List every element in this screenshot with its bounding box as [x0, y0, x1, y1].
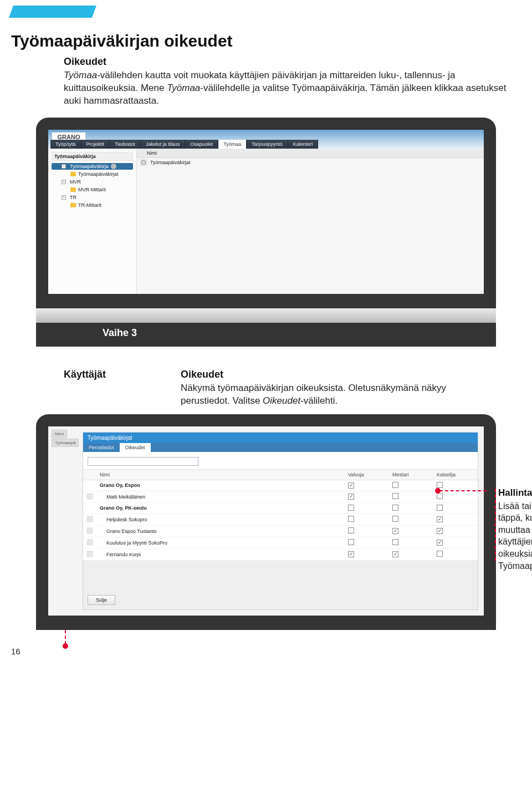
checkbox-mestari[interactable]: [392, 539, 398, 545]
checkbox-katselija[interactable]: [437, 516, 443, 522]
tree-label: MVR-Mittarit: [78, 187, 106, 192]
permissions-tbody: Grano Oy, Espoo Matti Meikäläinen Grano …: [83, 480, 478, 560]
settings-panel: Työmaapäiväkirjat Perustiedot Oikeudet N…: [83, 432, 478, 610]
tab-tiedostot[interactable]: Tiedostot: [110, 140, 141, 149]
checkbox-katselija[interactable]: [437, 551, 443, 557]
checkbox-valvoja[interactable]: [348, 527, 354, 533]
filter-row: [83, 452, 478, 469]
gear-icon[interactable]: [111, 164, 116, 169]
callout-hallinta: Hallinta Lisää tai poista täppä, kun hal…: [498, 487, 532, 572]
tree-label: MVR: [70, 179, 81, 185]
tab-osapuolet[interactable]: Osapuolet: [185, 140, 218, 149]
tab-tarjouspyynto[interactable]: Tarjouspyyntö: [247, 140, 288, 149]
lead-em2: Työmaa: [167, 83, 200, 93]
list-row[interactable]: Työmaapäiväkirjat: [137, 158, 484, 167]
checkbox-valvoja[interactable]: [348, 505, 354, 511]
checkbox-mestari[interactable]: [392, 551, 398, 557]
permissions-table: Nimi Valvoja Mestari Katselija Grano Oy,…: [83, 469, 478, 561]
table-row: Matti Meikäläinen: [83, 491, 478, 502]
monitor-frame-2: Nimi Työmaapä Työmaapäiväkirjat Perustie…: [36, 414, 496, 630]
edit-icon[interactable]: [86, 539, 93, 546]
checkbox-mestari[interactable]: [392, 528, 398, 534]
lead-block: Oikeudet Työmaa-välilehden kautta voit m…: [64, 56, 518, 108]
col-katselija: Katselija: [433, 469, 478, 480]
tab-jakelut[interactable]: Jakelut ja tilaus: [141, 140, 186, 149]
subtab-perustiedot[interactable]: Perustiedot: [83, 443, 120, 452]
tree-node[interactable]: −TR: [52, 194, 133, 201]
mid-text-b: -välilehti.: [300, 395, 337, 406]
tree-node[interactable]: Työmaapäiväkirjat: [52, 171, 133, 177]
behind-tab: Työmaapä: [52, 439, 79, 447]
tree-node[interactable]: TR-Mittarit: [52, 202, 133, 209]
col-nimi: Nimi: [96, 469, 345, 480]
cell-name: Helpdesk Sokopro: [96, 514, 345, 525]
checkbox-mestari[interactable]: [392, 482, 398, 488]
tree-node[interactable]: MVR-Mittarit: [52, 186, 133, 193]
cell-name: Matti Meikäläinen: [96, 491, 345, 502]
document-page: Työmaapäiväkirjan oikeudet Oikeudet Työm…: [0, 6, 532, 656]
checkbox-katselija[interactable]: [437, 505, 443, 511]
connector-dot: [435, 488, 441, 494]
tab-kalenteri[interactable]: Kalenteri: [288, 140, 319, 149]
nav-tabs: Työpöytä Projektit Tiedostot Jakelut ja …: [50, 140, 318, 149]
checkbox-valvoja[interactable]: [348, 539, 354, 545]
lead-body: Työmaa-välilehden kautta voit muokata kä…: [64, 69, 518, 108]
edit-icon[interactable]: [86, 493, 93, 500]
monitor-frame-1: GRANO Työpöytä Projektit Tiedostot Jakel…: [36, 118, 496, 308]
checkbox-mestari[interactable]: [392, 505, 398, 511]
checkbox-mestari[interactable]: [392, 493, 398, 499]
table-row: Koulutus ja Myynti SokoPro: [83, 537, 478, 548]
callout-heading: Hallinta: [498, 487, 532, 499]
mid-col-left: Käyttäjät: [64, 369, 106, 408]
tab-projektit[interactable]: Projektit: [81, 140, 110, 149]
tree-label: TR-Mittarit: [78, 202, 101, 208]
settings-icon[interactable]: [140, 159, 147, 166]
table-row: Grano Oy, PK-seutu: [83, 502, 478, 514]
behind-tab: Nimi: [52, 430, 67, 438]
tree-node[interactable]: −MVR: [52, 179, 133, 185]
panel-title: Työmaapäiväkirjat: [83, 433, 478, 443]
lead-em1: Työmaa: [64, 70, 97, 80]
checkbox-katselija[interactable]: [437, 493, 443, 499]
panel-footer: Sulje: [83, 561, 478, 609]
checkbox-valvoja[interactable]: [348, 551, 354, 557]
checkbox-valvoja[interactable]: [348, 482, 354, 489]
screenshot-1: GRANO Työpöytä Projektit Tiedostot Jakel…: [48, 130, 484, 294]
col-mestari: Mestari: [389, 469, 433, 480]
checkbox-mestari[interactable]: [392, 516, 398, 522]
screenshot-2: Nimi Työmaapä Työmaapäiväkirjat Perustie…: [48, 426, 484, 616]
cell-name: Grano Oy, Espoo: [96, 480, 345, 491]
close-button[interactable]: Sulje: [88, 595, 115, 605]
tree-label: Työmaapäiväkirja: [70, 164, 109, 169]
content-list: Nimi Työmaapäiväkirjat: [137, 149, 484, 294]
edit-icon[interactable]: [86, 527, 93, 534]
collapse-icon[interactable]: −: [62, 164, 66, 169]
tab-tyomaa[interactable]: Työmaa: [218, 140, 247, 149]
tree-label: Työmaapäiväkirjat: [78, 171, 119, 177]
page-number: 16: [11, 647, 532, 656]
mid-heading-kayttajat: Käyttäjät: [64, 369, 106, 380]
folder-icon: [70, 203, 76, 207]
cell-name: Grano Oy, PK-seutu: [96, 502, 345, 514]
tree-label: TR: [70, 195, 76, 200]
nav-tree: Työmaapäiväkirja −Työmaapäiväkirja Työma…: [48, 149, 137, 294]
collapse-icon[interactable]: −: [62, 180, 66, 184]
checkbox-katselija[interactable]: [437, 528, 443, 534]
table-row: Grano Espoo Tuotanto: [83, 525, 478, 537]
tree-header: Työmaapäiväkirja: [52, 152, 133, 161]
edit-icon[interactable]: [86, 516, 93, 522]
checkbox-valvoja[interactable]: [348, 494, 354, 500]
checkbox-katselija[interactable]: [437, 540, 443, 546]
subtab-oikeudet[interactable]: Oikeudet: [120, 443, 151, 452]
tree-node[interactable]: −Työmaapäiväkirja: [52, 163, 133, 170]
checkbox-valvoja[interactable]: [348, 516, 354, 522]
filter-input[interactable]: [88, 457, 198, 466]
checkbox-katselija[interactable]: [437, 482, 443, 488]
lead-heading: Oikeudet: [64, 56, 518, 68]
app-header: GRANO Työpöytä Projektit Tiedostot Jakel…: [48, 130, 484, 149]
collapse-icon[interactable]: −: [62, 195, 66, 200]
tab-tyopoyta[interactable]: Työpöytä: [50, 140, 81, 149]
table-row: Grano Oy, Espoo: [83, 480, 478, 491]
stage-label-bar: Vaihe 3: [36, 323, 496, 347]
edit-icon[interactable]: [86, 551, 93, 557]
